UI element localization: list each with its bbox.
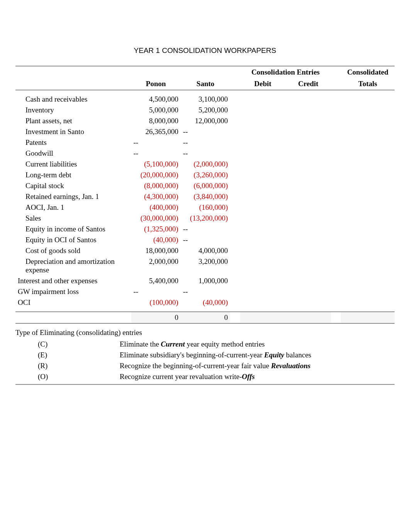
notes-table: (C)Eliminate the Current year equity met… (15, 338, 314, 382)
row-total (341, 286, 395, 297)
row-debit (240, 191, 286, 202)
row-total (341, 191, 395, 202)
row-credit (286, 126, 331, 137)
row-ponon: 26,365,000 (131, 126, 181, 137)
row-santo: -- (181, 137, 230, 148)
row-debit (240, 180, 286, 191)
note-code: (R) (16, 361, 117, 371)
table-row: Equity in OCI of Santos(40,000)-- (15, 235, 395, 245)
row-total (341, 235, 395, 245)
row-santo: 5,200,000 (181, 105, 230, 116)
row-ponon: 4,500,000 (131, 94, 181, 105)
row-label: Equity in OCI of Santos (15, 235, 131, 245)
table-row: GW impairment loss---- (15, 286, 395, 297)
note-description: Recognize the beginning-of-current-year … (117, 361, 313, 371)
row-santo: -- (181, 224, 230, 235)
row-debit (240, 105, 286, 116)
row-ponon: (40,000) (131, 235, 181, 245)
row-debit (240, 286, 286, 297)
note-description: Eliminate the Current year equity method… (117, 339, 313, 349)
row-debit (240, 159, 286, 170)
row-label: Current liabilities (15, 159, 131, 170)
table-row: Current liabilities(5,100,000)(2,000,000… (15, 159, 395, 170)
table-row: Goodwill---- (15, 148, 395, 159)
row-label: Sales (15, 213, 131, 224)
row-label: OCI (15, 297, 131, 308)
row-credit (286, 191, 331, 202)
row-total (341, 159, 395, 170)
row-label: Investment in Santo (15, 126, 131, 137)
table-row: Equity in income of Santos(1,325,000)-- (15, 224, 395, 235)
totals-row: 0 0 (15, 312, 395, 323)
table-row: Investment in Santo26,365,000-- (15, 126, 395, 137)
notes-row: (E)Eliminate subsidiary's beginning-of-c… (16, 350, 313, 360)
row-debit (240, 224, 286, 235)
row-credit (286, 170, 331, 180)
row-debit (240, 202, 286, 213)
document-title: YEAR 1 CONSOLIDATION WORKPAPERS (15, 46, 395, 55)
row-debit (240, 94, 286, 105)
row-total (341, 94, 395, 105)
total-ponon: 0 (131, 312, 181, 323)
row-ponon: -- (131, 148, 181, 159)
row-label: Retained earnings, Jan. 1 (15, 191, 131, 202)
row-santo: (6,000,000) (181, 180, 230, 191)
row-credit (286, 245, 331, 256)
table-row: Patents---- (15, 137, 395, 148)
row-ponon: 5,000,000 (131, 105, 181, 116)
row-credit (286, 94, 331, 105)
table-row: Interest and other expenses5,400,0001,00… (15, 275, 395, 286)
header-totals: Totals (341, 78, 395, 90)
row-ponon: (400,000) (131, 202, 181, 213)
row-credit (286, 202, 331, 213)
row-ponon: (30,000,000) (131, 213, 181, 224)
row-credit (286, 256, 331, 275)
row-santo: (3,260,000) (181, 170, 230, 180)
header-santo: Santo (181, 78, 230, 90)
row-total (341, 126, 395, 137)
row-label: Cost of goods sold (15, 245, 131, 256)
header-row-1: Consolidation Entries Consolidated (15, 66, 395, 78)
note-code: (C) (16, 339, 117, 349)
row-credit (286, 116, 331, 126)
row-label: Cash and receivables (15, 94, 131, 105)
row-debit (240, 245, 286, 256)
row-ponon: (8,000,000) (131, 180, 181, 191)
row-santo: 3,100,000 (181, 94, 230, 105)
notes-row: (C)Eliminate the Current year equity met… (16, 339, 313, 349)
row-debit (240, 116, 286, 126)
row-ponon: (1,325,000) (131, 224, 181, 235)
row-label: AOCI, Jan. 1 (15, 202, 131, 213)
row-debit (240, 213, 286, 224)
row-total (341, 224, 395, 235)
notes-title: Type of Eliminating (consolidating) entr… (15, 328, 395, 337)
table-row: OCI(100,000)(40,000) (15, 297, 395, 308)
row-credit (286, 180, 331, 191)
row-debit (240, 126, 286, 137)
row-credit (286, 286, 331, 297)
row-santo: (3,840,000) (181, 191, 230, 202)
notes-row: (R)Recognize the beginning-of-current-ye… (16, 361, 313, 371)
total-santo: 0 (181, 312, 230, 323)
row-ponon: -- (131, 286, 181, 297)
row-label: GW impairment loss (15, 286, 131, 297)
row-santo: -- (181, 235, 230, 245)
row-ponon: 8,000,000 (131, 116, 181, 126)
row-debit (240, 256, 286, 275)
table-row: Depreciation and amortization expense2,0… (15, 256, 395, 275)
row-ponon: 2,000,000 (131, 256, 181, 275)
table-row: Cash and receivables4,500,0003,100,000 (15, 94, 395, 105)
row-credit (286, 213, 331, 224)
row-debit (240, 235, 286, 245)
row-label: Goodwill (15, 148, 131, 159)
row-santo: -- (181, 286, 230, 297)
row-santo: -- (181, 126, 230, 137)
row-credit (286, 297, 331, 308)
table-row: Retained earnings, Jan. 1(4,300,000)(3,8… (15, 191, 395, 202)
row-total (341, 116, 395, 126)
row-credit (286, 105, 331, 116)
row-debit (240, 297, 286, 308)
row-santo: (40,000) (181, 297, 230, 308)
row-ponon: 5,400,000 (131, 275, 181, 286)
row-label: Inventory (15, 105, 131, 116)
